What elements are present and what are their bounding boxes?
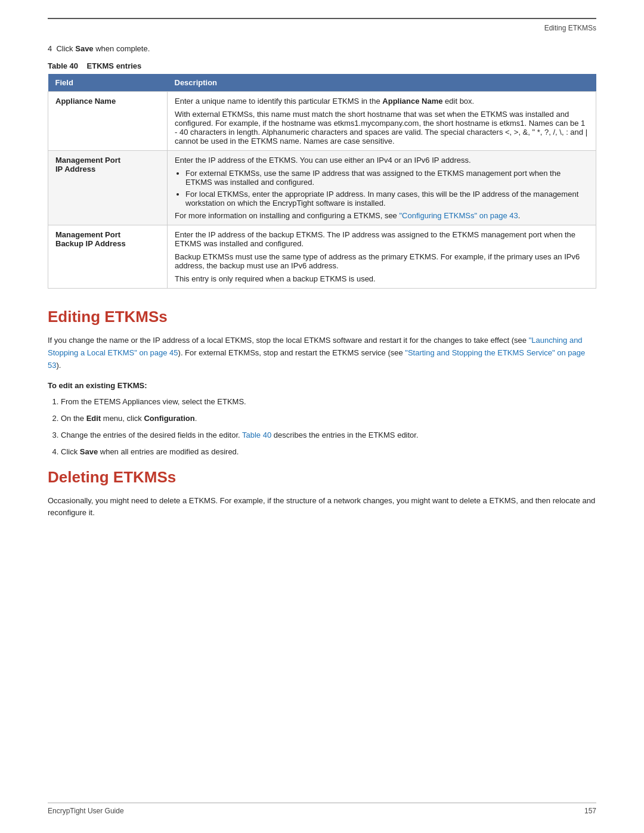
to-edit-heading: To edit an existing ETKMS: [48, 381, 596, 390]
link-configuring-etkmss[interactable]: "Configuring ETKMSs" on page 43 [399, 211, 518, 220]
page-header: Editing ETKMSs [48, 24, 596, 32]
footer-right: 157 [584, 807, 596, 815]
col-header-description: Description [168, 74, 596, 92]
table-row: Appliance Name Enter a unique name to id… [48, 92, 596, 151]
editing-etkmss-heading: Editing ETKMSs [48, 308, 596, 326]
list-item: For local ETKMSs, enter the appropriate … [185, 190, 589, 208]
deleting-intro-text: Occasionally, you might need to delete a… [48, 495, 596, 520]
list-item: For external ETKMSs, use the same IP add… [185, 169, 589, 187]
table-row: Management PortIP Address Enter the IP a… [48, 151, 596, 225]
etkms-entries-table: Field Description Appliance Name Enter a… [48, 74, 596, 289]
top-rule [48, 18, 596, 19]
list-item: On the Edit menu, click Configuration. [61, 413, 596, 425]
page-footer: EncrypTight User Guide 157 [48, 803, 596, 815]
desc-management-port-ip: Enter the IP address of the ETKMS. You c… [168, 151, 596, 225]
table-title: Table 40 ETKMS entries [48, 61, 596, 70]
field-appliance-name: Appliance Name [48, 92, 168, 151]
field-management-port-backup-ip: Management PortBackup IP Address [48, 225, 168, 289]
edit-steps-list: From the ETEMS Appliances view, select t… [61, 396, 596, 458]
table-row: Management PortBackup IP Address Enter t… [48, 225, 596, 289]
desc-management-port-backup-ip: Enter the IP address of the backup ETKMS… [168, 225, 596, 289]
field-management-port-ip: Management PortIP Address [48, 151, 168, 225]
save-bold: Save [75, 44, 93, 53]
link-table40[interactable]: Table 40 [242, 431, 271, 439]
table-number: Table 40 [48, 61, 78, 70]
list-item: Change the entries of the desired fields… [61, 429, 596, 442]
col-header-field: Field [48, 74, 168, 92]
list-item: From the ETEMS Appliances view, select t… [61, 396, 596, 408]
table-title-text: ETKMS entries [87, 61, 142, 70]
editing-intro-text: If you change the name or the IP address… [48, 335, 596, 371]
header-label: Editing ETKMSs [544, 24, 596, 32]
step4-text: 4 Click Save when complete. [48, 44, 596, 53]
deleting-etkmss-heading: Deleting ETKMSs [48, 468, 596, 487]
footer-left: EncrypTight User Guide [48, 807, 124, 815]
list-item: Click Save when all entries are modified… [61, 446, 596, 459]
desc-appliance-name: Enter a unique name to identify this par… [168, 92, 596, 151]
